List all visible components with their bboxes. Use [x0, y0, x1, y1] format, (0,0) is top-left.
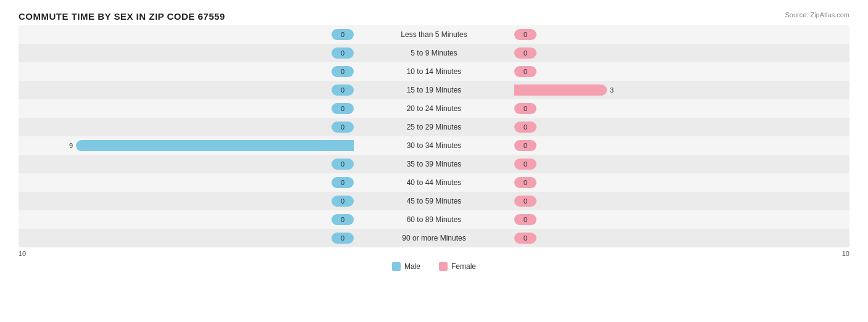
- right-bar-area: 0: [514, 44, 849, 62]
- left-bar-area: 9: [19, 136, 354, 155]
- female-zero-label: 0: [524, 216, 527, 223]
- female-zero-pill: 0: [514, 29, 536, 40]
- male-zero-pill: 0: [332, 214, 354, 225]
- left-bar-area: 0: [19, 118, 354, 136]
- male-zero-label: 0: [341, 179, 344, 186]
- female-zero-label: 0: [524, 179, 527, 186]
- row-label: 45 to 59 Minutes: [354, 197, 514, 205]
- male-zero-pill: 0: [332, 29, 354, 40]
- female-zero-pill: 0: [514, 140, 536, 151]
- female-zero-pill: 0: [514, 66, 536, 77]
- female-zero-pill: 0: [514, 233, 536, 244]
- female-zero-pill: 0: [514, 196, 536, 207]
- right-bar-area: 0: [514, 192, 849, 210]
- male-zero-pill: 0: [332, 66, 354, 77]
- right-bar-area: 0: [514, 99, 849, 118]
- female-zero-label: 0: [524, 31, 527, 38]
- female-zero-label: 0: [524, 197, 527, 205]
- male-zero-label: 0: [341, 216, 344, 223]
- female-zero-pill: 0: [514, 159, 536, 170]
- right-bar-area: 0: [514, 173, 849, 192]
- left-bar-area: 0: [19, 155, 354, 173]
- male-legend-label: Male: [404, 262, 420, 271]
- row-label: 40 to 44 Minutes: [354, 178, 514, 187]
- table-row: 05 to 9 Minutes0: [19, 44, 849, 62]
- row-label: 35 to 39 Minutes: [354, 160, 514, 168]
- right-bar-area: 0: [514, 155, 849, 173]
- right-bar-area: 0: [514, 229, 849, 247]
- table-row: 060 to 89 Minutes0: [19, 210, 849, 229]
- row-label: 20 to 24 Minutes: [354, 104, 514, 113]
- male-zero-label: 0: [341, 105, 344, 112]
- female-zero-pill: 0: [514, 177, 536, 188]
- left-bar-area: 0: [19, 99, 354, 118]
- left-bar-area: 0: [19, 210, 354, 229]
- male-zero-label: 0: [341, 31, 344, 38]
- male-zero-label: 0: [341, 197, 344, 205]
- left-bar-area: 0: [19, 44, 354, 62]
- male-bar: [76, 140, 354, 151]
- female-zero-label: 0: [524, 105, 527, 112]
- male-zero-pill: 0: [332, 122, 354, 133]
- row-label: 30 to 34 Minutes: [354, 141, 514, 150]
- left-bar-area: 0: [19, 81, 354, 99]
- right-bar-area: 0: [514, 62, 849, 81]
- row-label: 90 or more Minutes: [354, 234, 514, 242]
- row-label: 5 to 9 Minutes: [354, 49, 514, 57]
- table-row: 040 to 44 Minutes0: [19, 173, 849, 192]
- right-bar-area: 0: [514, 136, 849, 155]
- row-label: 60 to 89 Minutes: [354, 215, 514, 224]
- male-zero-label: 0: [341, 123, 344, 131]
- row-label: 10 to 14 Minutes: [354, 67, 514, 76]
- right-bar-area: 3: [514, 81, 849, 99]
- left-bar-area: 0: [19, 229, 354, 247]
- female-legend-label: Female: [451, 262, 476, 271]
- female-zero-pill: 0: [514, 103, 536, 114]
- female-color-box: [439, 262, 448, 271]
- female-zero-label: 0: [524, 123, 527, 131]
- female-bar: [514, 85, 607, 96]
- female-value-label: 3: [607, 86, 617, 94]
- axis-right-label: 10: [842, 250, 849, 257]
- male-zero-label: 0: [341, 160, 344, 168]
- female-zero-pill: 0: [514, 122, 536, 133]
- male-zero-pill: 0: [332, 103, 354, 114]
- male-zero-pill: 0: [332, 233, 354, 244]
- left-bar-area: 0: [19, 173, 354, 192]
- male-zero-pill: 0: [332, 177, 354, 188]
- chart-rows-wrapper: 0Less than 5 Minutes005 to 9 Minutes0010…: [19, 25, 849, 247]
- table-row: 090 or more Minutes0: [19, 229, 849, 247]
- male-zero-label: 0: [341, 86, 344, 94]
- female-zero-pill: 0: [514, 214, 536, 225]
- source-label: Source: ZipAtlas.com: [785, 11, 849, 19]
- right-bar-area: 0: [514, 25, 849, 44]
- male-zero-pill: 0: [332, 159, 354, 170]
- table-row: 0Less than 5 Minutes0: [19, 25, 849, 44]
- table-row: 035 to 39 Minutes0: [19, 155, 849, 173]
- table-row: 045 to 59 Minutes0: [19, 192, 849, 210]
- table-row: 020 to 24 Minutes0: [19, 99, 849, 118]
- male-zero-pill: 0: [332, 196, 354, 207]
- chart-title: COMMUTE TIME BY SEX IN ZIP CODE 67559: [19, 11, 849, 22]
- female-zero-label: 0: [524, 68, 527, 75]
- male-value-label: 9: [66, 142, 76, 149]
- table-row: 015 to 19 Minutes3: [19, 81, 849, 99]
- right-bar-area: 0: [514, 210, 849, 229]
- row-label: 25 to 29 Minutes: [354, 123, 514, 131]
- female-zero-label: 0: [524, 49, 527, 57]
- male-zero-label: 0: [341, 49, 344, 57]
- male-zero-pill: 0: [332, 85, 354, 96]
- female-zero-label: 0: [524, 142, 527, 149]
- table-row: 010 to 14 Minutes0: [19, 62, 849, 81]
- table-row: 930 to 34 Minutes0: [19, 136, 849, 155]
- left-bar-area: 0: [19, 25, 354, 44]
- axis-left-label: 10: [19, 250, 26, 257]
- female-zero-label: 0: [524, 160, 527, 168]
- left-bar-area: 0: [19, 192, 354, 210]
- legend-female: Female: [439, 262, 476, 271]
- row-label: Less than 5 Minutes: [354, 30, 514, 39]
- table-row: 025 to 29 Minutes0: [19, 118, 849, 136]
- male-color-box: [392, 262, 401, 271]
- left-bar-area: 0: [19, 62, 354, 81]
- chart-container: COMMUTE TIME BY SEX IN ZIP CODE 67559 So…: [0, 0, 868, 322]
